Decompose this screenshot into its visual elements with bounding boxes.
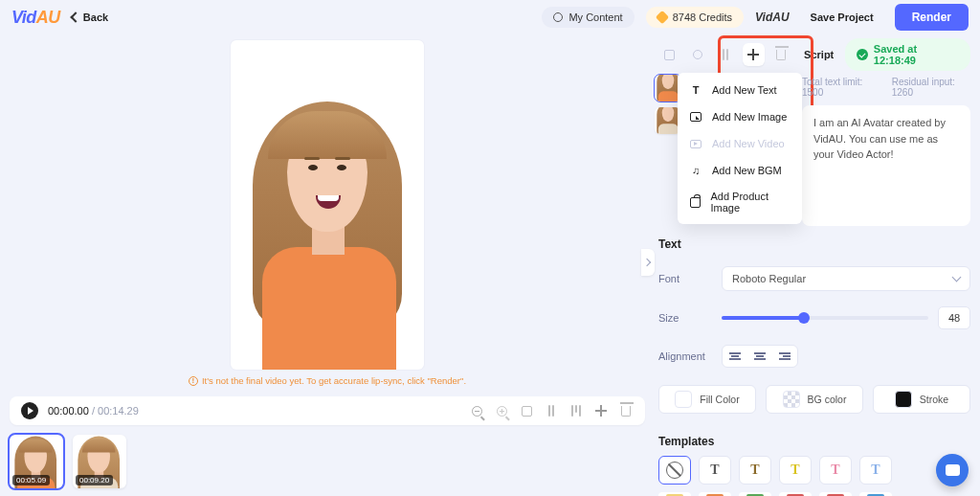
add-image-item[interactable]: Add New Image (678, 103, 802, 130)
template-option[interactable]: T (819, 456, 852, 485)
size-slider[interactable]: 48 (722, 306, 970, 329)
add-element-button[interactable] (743, 43, 765, 66)
align-button[interactable] (568, 403, 584, 418)
check-icon (857, 49, 868, 60)
image-icon (689, 110, 702, 124)
add-element-menu: Add New Text Add New Image Add New Video… (678, 73, 802, 224)
template-option[interactable]: T (699, 456, 731, 485)
add-text-item[interactable]: Add New Text (678, 77, 802, 103)
video-icon (689, 137, 702, 150)
warning-icon: ! (189, 376, 198, 386)
credits-pill[interactable]: 8748 Credits (646, 7, 744, 28)
template-row (658, 492, 970, 496)
back-button[interactable]: Back (72, 11, 108, 23)
add-video-item: Add New Video (678, 130, 802, 157)
fit-button[interactable] (519, 403, 534, 418)
my-content-label: My Content (568, 11, 622, 23)
align-right-button[interactable] (772, 346, 797, 367)
render-button[interactable]: Render (895, 4, 969, 31)
save-project-button[interactable]: Save Project (801, 7, 883, 28)
size-label: Size (658, 312, 708, 324)
chevron-down-icon (952, 273, 962, 282)
timeline-controls: 00:00.00 / 00:14.29 (10, 396, 645, 425)
support-chat-button[interactable] (936, 454, 969, 486)
templates-title: Templates (658, 435, 970, 448)
credits-icon (656, 11, 669, 24)
brand-badge: VidAU (755, 11, 790, 24)
delete-tab-icon[interactable] (770, 43, 792, 66)
layers-icon[interactable] (658, 43, 680, 66)
logo: VidAU (11, 8, 60, 28)
product-icon (689, 195, 701, 209)
split-button[interactable] (544, 403, 559, 418)
play-button[interactable] (21, 402, 38, 419)
chevron-left-icon (70, 11, 80, 22)
size-value[interactable]: 48 (938, 306, 970, 329)
clip-duration: 00:05.09 (12, 475, 50, 485)
music-icon (689, 164, 702, 177)
unknown-tab-icon[interactable] (714, 43, 736, 66)
text-section-title: Text (658, 237, 970, 251)
delete-clip-button[interactable] (618, 403, 634, 418)
align-left-button[interactable] (723, 346, 747, 367)
text-icon (689, 83, 702, 97)
back-label: Back (83, 11, 108, 23)
credits-label: 8748 Credits (673, 11, 732, 23)
avatar-preview (241, 82, 413, 370)
stroke-color-button[interactable]: Stroke (873, 385, 970, 414)
script-tab[interactable]: Script (798, 45, 839, 64)
avatar-tab-icon[interactable] (686, 43, 708, 66)
font-select[interactable]: Roboto Regular (722, 266, 970, 291)
template-row: T T T T T (658, 456, 970, 485)
right-toolbar: Script Saved at 12:18:49 (658, 38, 970, 71)
user-icon (553, 12, 563, 22)
template-option[interactable]: T (739, 456, 771, 485)
template-none[interactable] (658, 456, 691, 485)
my-content-button[interactable]: My Content (542, 7, 634, 28)
video-canvas[interactable] (231, 40, 424, 370)
clip-thumbnails: 00:05.09 00:09.20 (10, 435, 645, 488)
zoom-in-button[interactable] (494, 403, 509, 418)
align-center-button[interactable] (747, 346, 772, 367)
clip-thumbnail[interactable]: 00:09.20 (73, 435, 126, 488)
saved-status: Saved at 12:18:49 (845, 38, 970, 71)
zoom-out-button[interactable] (469, 403, 484, 418)
add-clip-button[interactable] (593, 403, 609, 418)
clip-thumbnail[interactable]: 00:05.09 (10, 435, 63, 488)
template-option[interactable]: T (859, 456, 892, 485)
template-option[interactable]: T (779, 456, 812, 485)
app-header: VidAU Back My Content 8748 Credits VidAU… (0, 0, 980, 34)
add-bgm-item[interactable]: Add New BGM (678, 157, 802, 184)
add-product-image-item[interactable]: Add Product Image (678, 184, 802, 220)
font-label: Font (658, 273, 708, 284)
alignment-buttons (722, 345, 798, 368)
clip-duration: 00:09.20 (76, 475, 113, 485)
expand-panel-button[interactable] (641, 249, 655, 276)
text-limits: Total text limit: 1500 Residual input: 1… (802, 77, 970, 98)
time-display: 00:00.00 / 00:14.29 (48, 405, 139, 417)
render-warning: ! It's not the final video yet. To get a… (189, 375, 466, 386)
fill-color-button[interactable]: Fill Color (658, 385, 756, 414)
script-textarea[interactable]: I am an AI Avatar created by VidAU. You … (802, 105, 970, 226)
alignment-label: Alignment (658, 350, 708, 362)
bg-color-button[interactable]: BG color (766, 385, 863, 414)
